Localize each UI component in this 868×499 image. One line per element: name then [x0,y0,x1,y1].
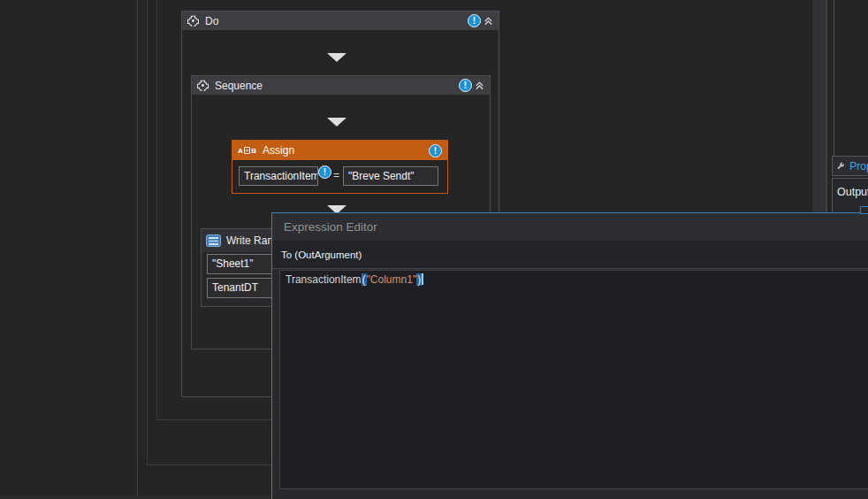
sequence-icon [197,80,209,91]
assign-icon: A=B [238,147,256,155]
canvas-bottom-edge [0,495,271,499]
properties-panel-border [834,0,834,156]
collapse-chevron-icon[interactable] [483,16,493,26]
assign-activity-title: Assign [263,144,294,157]
properties-panel-header[interactable]: Properties [832,156,868,176]
assign-activity-header[interactable]: A=B Assign ! [232,141,447,160]
dialog-border-notch [860,206,868,214]
sequence-activity-header[interactable]: Sequence ! [192,76,490,95]
validation-error-icon[interactable]: ! [429,144,442,157]
equals-sign: = [333,169,339,181]
expression-input[interactable]: TransactionItem("Column1") [279,270,868,489]
expression-string-literal: "Column1" [367,273,417,286]
flow-arrow-icon [327,53,346,62]
spreadsheet-icon [206,234,221,247]
do-activity-header[interactable]: Do ! [182,12,499,30]
text-cursor [422,273,423,285]
workflow-designer: Do ! Sequence ! A=B Assign [0,0,868,499]
collapse-chevron-icon[interactable] [475,81,484,90]
dialog-title: Expression Editor [272,213,868,241]
sequence-icon [187,15,199,27]
outer-container-border [137,0,138,499]
sequence-activity-title: Sequence [215,80,263,92]
assign-to-field[interactable]: TransactionItem [239,166,318,186]
wrench-icon [836,160,845,172]
argument-label: To (OutArgument) [272,241,868,269]
expression-editor-dialog: Expression Editor To (OutArgument) Trans… [271,212,868,499]
validation-error-icon[interactable]: ! [468,14,481,27]
properties-title: Properties [849,160,868,173]
do-activity-title: Do [205,15,218,27]
validation-error-icon[interactable]: ! [459,79,472,92]
canvas-scrollbar-track[interactable] [812,0,827,212]
flow-arrow-icon [327,118,346,127]
expression-identifier: TransactionItem [286,273,362,286]
output-section-label: Output [837,186,868,198]
field-validation-icon[interactable]: ! [318,165,331,179]
assign-value-field[interactable]: "Breve Sendt" [343,166,438,186]
